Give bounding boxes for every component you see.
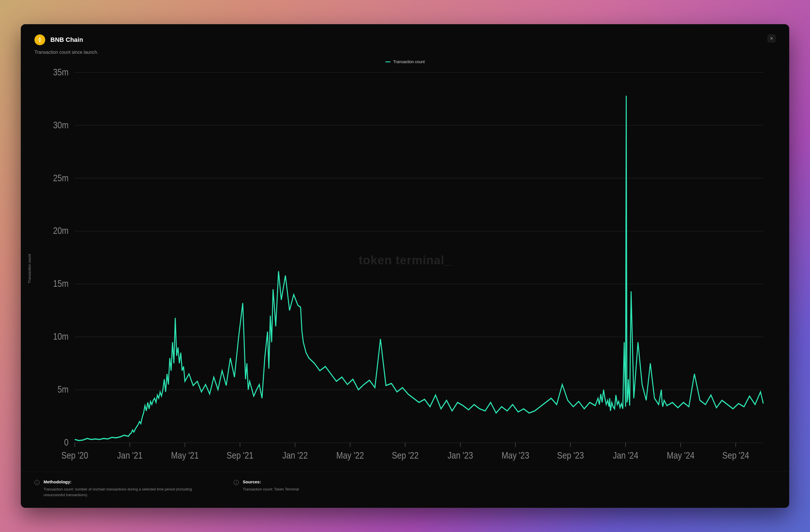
- sources-title: Sources:: [243, 479, 299, 484]
- info-icon: i: [34, 480, 39, 485]
- card-footer: i Methodology: Transaction count: number…: [21, 472, 789, 508]
- chart-card: BNB Chain ✕ Transaction count since laun…: [21, 24, 789, 508]
- close-icon: ✕: [770, 36, 773, 40]
- svg-text:May '24: May '24: [667, 450, 694, 461]
- svg-text:Jan '21: Jan '21: [117, 450, 143, 461]
- legend-label: Transaction count: [393, 60, 425, 64]
- svg-text:10m: 10m: [53, 331, 69, 342]
- subtitle: Transaction count since launch.: [21, 45, 789, 58]
- svg-text:Jan '23: Jan '23: [448, 450, 473, 461]
- close-button[interactable]: ✕: [767, 34, 776, 43]
- sources-block: i Sources: Transaction count: Token Term…: [234, 479, 410, 498]
- svg-text:0: 0: [64, 437, 69, 448]
- svg-text:20m: 20m: [53, 225, 69, 236]
- y-axis-label: Transaction count: [27, 254, 32, 283]
- svg-text:Sep '22: Sep '22: [392, 450, 419, 461]
- svg-text:May '22: May '22: [336, 450, 364, 461]
- svg-text:25m: 25m: [53, 172, 69, 183]
- bnb-logo-icon: [34, 34, 45, 45]
- card-header: BNB Chain ✕: [21, 24, 789, 45]
- chart-area: Transaction count token terminal_ 05m10m…: [21, 65, 789, 472]
- page-title: BNB Chain: [50, 36, 83, 44]
- title-row: BNB Chain: [34, 34, 83, 45]
- svg-text:Jan '24: Jan '24: [613, 450, 638, 461]
- svg-text:Sep '23: Sep '23: [557, 450, 584, 461]
- svg-text:Sep '20: Sep '20: [61, 450, 88, 461]
- svg-text:35m: 35m: [53, 67, 69, 78]
- svg-text:5m: 5m: [58, 384, 69, 395]
- sources-text: Transaction count: Token Terminal: [243, 486, 299, 492]
- info-icon: i: [234, 480, 239, 485]
- methodology-title: Methodology:: [44, 479, 211, 484]
- svg-text:Sep '24: Sep '24: [722, 450, 749, 461]
- svg-text:May '21: May '21: [171, 450, 199, 461]
- svg-text:30m: 30m: [53, 119, 69, 130]
- svg-text:Sep '21: Sep '21: [227, 450, 253, 461]
- chart-legend: Transaction count: [21, 58, 789, 65]
- svg-text:15m: 15m: [53, 278, 69, 289]
- svg-text:Jan '22: Jan '22: [282, 450, 308, 461]
- methodology-text: Transaction count: number of onchain tra…: [44, 486, 211, 498]
- methodology-block: i Methodology: Transaction count: number…: [34, 479, 211, 498]
- chart-svg: 05m10m15m20m25m30m35mSep '20Jan '21May '…: [38, 65, 776, 472]
- legend-swatch: [385, 62, 390, 62]
- svg-text:May '23: May '23: [501, 450, 529, 461]
